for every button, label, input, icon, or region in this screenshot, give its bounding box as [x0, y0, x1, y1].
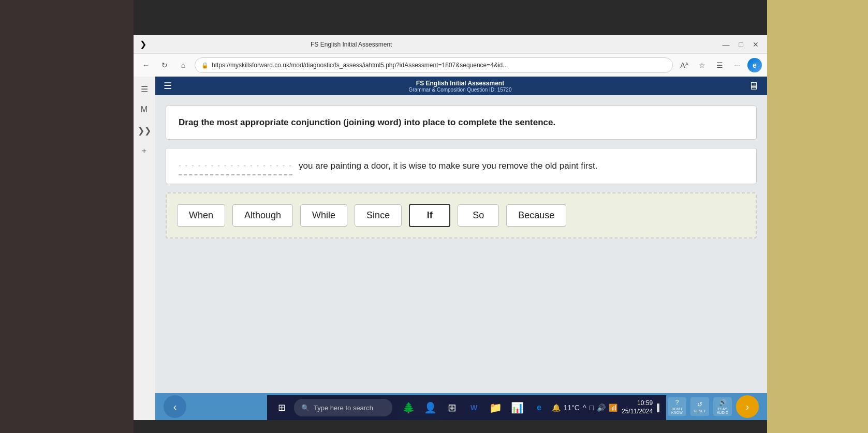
sentence-box: - - - - - - - - - - - - - - - - - - you …: [166, 148, 757, 184]
app-header: ☰ FS English Initial Assessment Grammar …: [155, 77, 767, 95]
browser-title-bar: ❯ FS English Initial Assessment — □ ✕: [134, 35, 767, 54]
word-if[interactable]: If: [409, 204, 450, 227]
clock[interactable]: 10:59 25/11/2024: [622, 399, 653, 415]
temperature-text: 11°C: [564, 404, 580, 412]
show-desktop-icon[interactable]: ▌: [657, 404, 662, 412]
reset-icon: ↺: [697, 401, 702, 408]
app-title: FS English Initial Assessment: [172, 80, 748, 87]
search-icon: 🔍: [301, 404, 310, 412]
clock-time: 10:59: [637, 399, 653, 407]
wifi-icon[interactable]: 📶: [609, 404, 617, 412]
reset-button[interactable]: ↺ RESET: [690, 397, 709, 416]
drop-dots: - - - - - - - - - - - - - - - - - -: [179, 161, 292, 170]
next-button[interactable]: ›: [736, 395, 759, 418]
play-audio-label: PLAY AUDIO: [713, 407, 732, 414]
sidebar-icon-tabs[interactable]: ☰: [136, 81, 153, 97]
word-although[interactable]: Although: [232, 204, 293, 227]
word-when[interactable]: When: [177, 204, 225, 227]
browser-nav: ← ↻ ⌂ 🔒 https://myskillsforward.co.uk/mo…: [134, 54, 767, 77]
choices-area: When Although While Since If So Because: [166, 192, 757, 238]
sidebar-icon-forward[interactable]: ❯❯: [136, 122, 153, 139]
browser-chrome: ❯ FS English Initial Assessment — □ ✕ ← …: [134, 35, 767, 77]
browser-sidebar: ☰ M ❯❯ +: [134, 77, 155, 420]
footer-right: ? DON'T KNOW ↺ RESET 🔊 PLAY AUDIO ›: [668, 395, 759, 418]
taskbar-app-user[interactable]: 👤: [420, 397, 441, 418]
back-button[interactable]: ‹: [164, 395, 186, 418]
sidebar-icon-gmail[interactable]: M: [136, 101, 153, 118]
maximize-button[interactable]: □: [737, 40, 745, 49]
taskbar: ⊞ 🔍 Type here to search 🌲 👤 ⊞ W 📁 📊 e 🔔 …: [267, 395, 666, 420]
taskbar-app-tree[interactable]: 🌲: [399, 397, 419, 418]
browser-title-icon: ❯: [140, 39, 146, 49]
address-bar[interactable]: 🔒 https://myskillsforward.co.uk/mod/diag…: [195, 57, 673, 73]
nav-right-icons: Aᴬ ☆ ☰ ··· e: [677, 58, 762, 72]
notification-icon[interactable]: 🔔: [552, 404, 561, 412]
drop-zone[interactable]: - - - - - - - - - - - - - - - - - -: [179, 157, 292, 175]
read-aloud-button[interactable]: Aᴬ: [677, 58, 692, 72]
browser-content: ☰ FS English Initial Assessment Grammar …: [155, 77, 767, 420]
word-since[interactable]: Since: [355, 204, 402, 227]
taskbar-app-word[interactable]: W: [464, 397, 484, 418]
browser-title-text: FS English Initial Assessment: [311, 41, 392, 48]
instruction-text: Drag the most appropriate conjunction (j…: [179, 117, 555, 127]
notifications-panel-icon[interactable]: □: [590, 404, 594, 412]
taskbar-app-grid[interactable]: ⊞: [442, 397, 463, 418]
search-text: Type here to search: [314, 404, 373, 412]
system-tray: 🔔 11°C ^ □ 🔊 📶: [552, 404, 617, 412]
search-bar[interactable]: 🔍 Type here to search: [294, 399, 392, 416]
instruction-box: Drag the most appropriate conjunction (j…: [166, 106, 757, 140]
dont-know-icon: ?: [675, 399, 679, 406]
audio-icon: 🔊: [719, 399, 727, 406]
volume-icon[interactable]: 🔊: [597, 404, 606, 412]
start-button[interactable]: ⊞: [271, 397, 292, 418]
monitor-icon[interactable]: 🖥: [748, 80, 759, 92]
close-button[interactable]: ✕: [751, 40, 761, 49]
taskbar-apps: 🌲 👤 ⊞ W 📁 📊 e: [399, 397, 550, 418]
collections-button[interactable]: ☰: [712, 58, 727, 72]
assessment-app: ☰ FS English Initial Assessment Grammar …: [155, 77, 767, 420]
bg-left: [0, 0, 134, 433]
play-audio-button[interactable]: 🔊 PLAY AUDIO: [713, 397, 732, 416]
chevron-up-icon[interactable]: ^: [583, 404, 586, 412]
clock-date: 25/11/2024: [622, 408, 653, 415]
reset-label: RESET: [694, 409, 705, 413]
app-body: Drag the most appropriate conjunction (j…: [155, 95, 767, 393]
temperature-value: 11°C: [564, 404, 580, 412]
word-so[interactable]: So: [458, 204, 499, 227]
back-nav-button[interactable]: ←: [139, 58, 153, 72]
favorites-button[interactable]: ☆: [695, 58, 709, 72]
hamburger-button[interactable]: ☰: [164, 80, 172, 92]
taskbar-app-edge[interactable]: e: [529, 397, 550, 418]
settings-button[interactable]: ···: [730, 58, 744, 72]
app-subtitle: Grammar & Composition Question ID: 15720: [172, 87, 748, 93]
edge-icon[interactable]: e: [747, 58, 762, 72]
sentence-text: you are painting a door, it is wise to m…: [299, 161, 597, 171]
word-because[interactable]: Because: [506, 204, 566, 227]
taskbar-app-slideshow[interactable]: 📊: [507, 397, 528, 418]
screen: ❯ FS English Initial Assessment — □ ✕ ← …: [134, 35, 767, 420]
bg-right: [767, 0, 868, 433]
lock-icon: 🔒: [201, 62, 209, 69]
taskbar-app-files[interactable]: 📁: [486, 397, 506, 418]
word-while[interactable]: While: [300, 204, 347, 227]
sidebar-icon-add[interactable]: +: [136, 143, 153, 159]
minimize-button[interactable]: —: [720, 40, 732, 49]
header-title-block: FS English Initial Assessment Grammar & …: [172, 80, 748, 93]
dont-know-label: DON'T KNOW: [668, 407, 686, 414]
taskbar-right: 🔔 11°C ^ □ 🔊 📶 10:59 25/11/2024 ▌: [552, 399, 662, 415]
reload-button[interactable]: ↻: [157, 58, 172, 72]
url-text: https://myskillsforward.co.uk/mod/diagno…: [212, 62, 508, 69]
home-button[interactable]: ⌂: [176, 58, 190, 72]
window-controls: — □ ✕: [720, 40, 761, 49]
dont-know-button[interactable]: ? DON'T KNOW: [668, 397, 686, 416]
